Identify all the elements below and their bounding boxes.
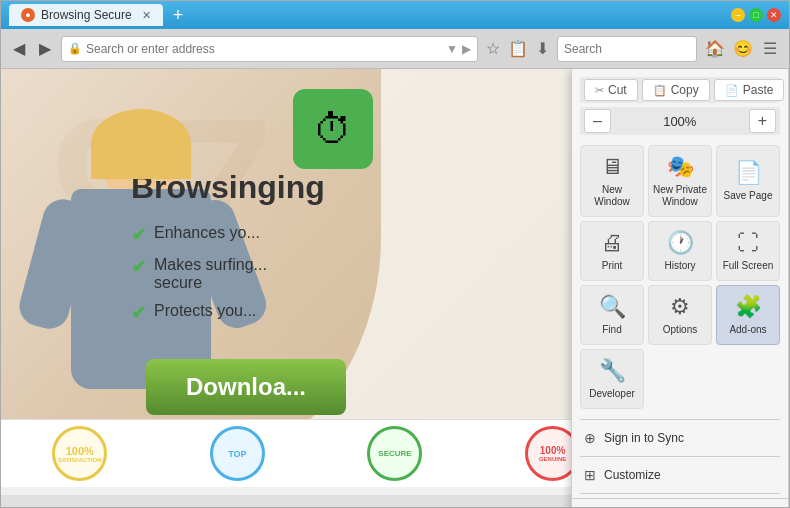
- history-label: History: [664, 260, 695, 272]
- dropdown-icon[interactable]: ▼: [446, 42, 458, 56]
- sign-in-link[interactable]: ⊕ Sign in to Sync: [572, 424, 788, 452]
- zoom-out-btn[interactable]: –: [584, 109, 611, 133]
- browser-tab[interactable]: ● Browsing Secure ✕: [9, 4, 163, 26]
- find-label: Find: [602, 324, 621, 336]
- power-btn[interactable]: ⏻: [756, 503, 780, 507]
- print-label: Print: [602, 260, 623, 272]
- minimize-btn[interactable]: –: [731, 8, 745, 22]
- tab-favicon: ●: [21, 8, 35, 22]
- badge-top: TOP: [205, 424, 270, 484]
- menu-divider-1: [580, 419, 780, 420]
- main-content: 97 ⏱: [1, 69, 789, 507]
- paste-icon: 📄: [725, 84, 739, 97]
- check-icon-3: ✔: [131, 302, 146, 324]
- right-toolbar-icons: 🏠 😊 ☰: [703, 37, 781, 60]
- help-btn[interactable]: ?: [735, 503, 752, 507]
- menu-item-new-window[interactable]: 🖥 New Window: [580, 145, 644, 217]
- clipboard-icon[interactable]: 📋: [506, 37, 530, 60]
- search-input[interactable]: [564, 42, 714, 56]
- save-page-label: Save Page: [724, 190, 773, 202]
- address-bar[interactable]: 🔒 ▼ ▶: [61, 36, 478, 62]
- go-btn[interactable]: ▶: [462, 42, 471, 56]
- zoom-value: 100%: [663, 114, 696, 129]
- find-icon: 🔍: [599, 294, 626, 320]
- paste-btn[interactable]: 📄 Paste: [714, 79, 785, 101]
- menu-item-options[interactable]: ⚙ Options: [648, 285, 712, 345]
- back-btn[interactable]: ◀: [9, 37, 29, 60]
- title-bar: ● Browsing Secure ✕ + – □ ✕: [1, 1, 789, 29]
- menu-item-find[interactable]: 🔍 Find: [580, 285, 644, 345]
- badge-secure: SECURE: [362, 424, 427, 484]
- badge-satisfaction: 100% SATISFACTION: [47, 424, 112, 484]
- feature-text-3: Protects you...: [154, 302, 256, 320]
- logo-icon: ⏱: [313, 107, 353, 152]
- zoom-in-btn[interactable]: +: [749, 109, 776, 133]
- menu-item-add-ons[interactable]: 🧩 Add-ons: [716, 285, 780, 345]
- print-icon: 🖨: [601, 230, 623, 256]
- new-private-window-icon: 🎭: [667, 154, 694, 180]
- edit-bar: ✂ Cut 📋 Copy 📄 Paste: [580, 77, 780, 103]
- feature-item-2: ✔ Makes surfing...secure: [131, 256, 267, 292]
- feature-text-1: Enhances yo...: [154, 224, 260, 242]
- title-bar-left: ● Browsing Secure ✕ +: [9, 4, 183, 26]
- options-label: Options: [663, 324, 697, 336]
- window-controls: – □ ✕: [731, 8, 781, 22]
- new-tab-btn[interactable]: +: [173, 6, 184, 24]
- check-icon-2: ✔: [131, 256, 146, 278]
- menu-item-full-screen[interactable]: ⛶ Full Screen: [716, 221, 780, 281]
- options-icon: ⚙: [670, 294, 690, 320]
- tab-close-btn[interactable]: ✕: [142, 9, 151, 22]
- sync-icon: ⊕: [584, 430, 596, 446]
- home-icon[interactable]: 🏠: [703, 37, 727, 60]
- search-bar[interactable]: [557, 36, 697, 62]
- feature-item-1: ✔ Enhances yo...: [131, 224, 267, 246]
- menu-footer: ? ⏻: [572, 498, 788, 507]
- firefox-menu: ✂ Cut 📋 Copy 📄 Paste – 100% +: [571, 69, 789, 507]
- customize-icon: ⊞: [584, 467, 596, 483]
- forward-btn[interactable]: ▶: [35, 37, 55, 60]
- menu-divider-2: [580, 456, 780, 457]
- address-bar-icons: ▼ ▶: [446, 42, 471, 56]
- new-private-window-label: New Private Window: [653, 184, 707, 208]
- add-ons-icon: 🧩: [735, 294, 762, 320]
- customize-link[interactable]: ⊞ Customize: [572, 461, 788, 489]
- copy-btn[interactable]: 📋 Copy: [642, 79, 710, 101]
- menu-item-history[interactable]: 🕐 History: [648, 221, 712, 281]
- menu-item-print[interactable]: 🖨 Print: [580, 221, 644, 281]
- copy-icon: 📋: [653, 84, 667, 97]
- cut-btn[interactable]: ✂ Cut: [584, 79, 638, 101]
- maximize-btn[interactable]: □: [749, 8, 763, 22]
- menu-item-developer[interactable]: 🔧 Developer: [580, 349, 644, 409]
- toolbar-icons: ☆ 📋 ⬇: [484, 37, 551, 60]
- edit-section: ✂ Cut 📋 Copy 📄 Paste – 100% +: [572, 69, 788, 139]
- new-window-icon: 🖥: [601, 154, 623, 180]
- add-ons-label: Add-ons: [729, 324, 766, 336]
- feature-text-2: Makes surfing...secure: [154, 256, 267, 292]
- site-logo: ⏱: [293, 89, 373, 169]
- browser-window: ● Browsing Secure ✕ + – □ ✕ ◀ ▶ 🔒 ▼ ▶ ☆: [0, 0, 790, 508]
- full-screen-icon: ⛶: [737, 230, 759, 256]
- navigation-bar: ◀ ▶ 🔒 ▼ ▶ ☆ 📋 ⬇ 🏠 😊 ☰: [1, 29, 789, 69]
- history-icon: 🕐: [667, 230, 694, 256]
- developer-icon: 🔧: [599, 358, 626, 384]
- features-list: ✔ Enhances yo... ✔ Makes surfing...secur…: [131, 224, 267, 334]
- download-btn[interactable]: Downloa...: [146, 359, 346, 415]
- full-screen-label: Full Screen: [723, 260, 774, 272]
- address-input[interactable]: [86, 42, 442, 56]
- menu-item-new-private-window[interactable]: 🎭 New Private Window: [648, 145, 712, 217]
- profile-icon[interactable]: 😊: [731, 37, 755, 60]
- cut-icon: ✂: [595, 84, 604, 97]
- developer-label: Developer: [589, 388, 635, 400]
- sign-in-label: Sign in to Sync: [604, 431, 684, 445]
- check-icon-1: ✔: [131, 224, 146, 246]
- tab-title: Browsing Secure: [41, 8, 132, 22]
- close-btn[interactable]: ✕: [767, 8, 781, 22]
- download-icon[interactable]: ⬇: [534, 37, 551, 60]
- bookmark-icon[interactable]: ☆: [484, 37, 502, 60]
- save-page-icon: 📄: [735, 160, 762, 186]
- menu-grid: 🖥 New Window 🎭 New Private Window 📄 Save…: [572, 139, 788, 415]
- menu-divider-3: [580, 493, 780, 494]
- feature-item-3: ✔ Protects you...: [131, 302, 267, 324]
- menu-item-save-page[interactable]: 📄 Save Page: [716, 145, 780, 217]
- hamburger-menu-btn[interactable]: ☰: [759, 37, 781, 60]
